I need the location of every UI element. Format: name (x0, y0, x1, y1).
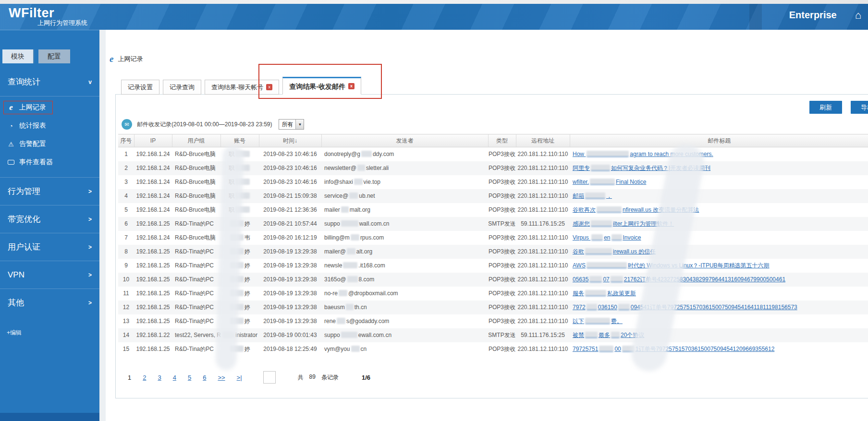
cell-time: 2019-08-19 13:29:38 (259, 259, 321, 273)
table-row: 10192.168.1.25R&D-Tina的PC婷2019-08-19 13:… (118, 273, 868, 287)
export-button[interactable]: 导出 (851, 101, 868, 114)
sidebar-menu: 查询统计ve上网记录◔统计报表⚠告警配置事件查看器行为管理>带宽优化>用户认证>… (0, 68, 99, 316)
mail-subject-link[interactable]: 谷歌再次nfirewall.us 改变流量分配算法 (573, 206, 699, 213)
sidebar-submenu: e上网记录◔统计报表⚠告警配置事件查看器 (0, 96, 99, 177)
cell-time: 2019-08-19 13:29:38 (259, 314, 321, 328)
cell-remote: 220.181.12.110:110 (516, 161, 570, 175)
column-header-type[interactable]: 类型 (488, 134, 516, 147)
censored-blur (230, 248, 244, 254)
mail-subject-link[interactable]: 感谢您ilter上网行为管理软件！ (573, 220, 674, 227)
sidebar-section-VPN[interactable]: VPN> (0, 261, 99, 289)
cell-type: POP3接收 (488, 161, 516, 175)
total-post-label: 条记录 (321, 373, 339, 382)
cell-ip: 192.168.1.24 (134, 231, 172, 245)
column-header-no[interactable]: 序号 (118, 134, 134, 147)
mail-type-filter-select[interactable]: 所有 ▼ (279, 119, 304, 130)
last-page-link[interactable]: >| (237, 374, 242, 381)
column-header-remote[interactable]: 远程地址 (516, 134, 570, 147)
mail-subject-link[interactable]: 79725751001订单号79725751570361500750945412… (573, 346, 774, 352)
sidebar-tab-配置[interactable]: 配置 (38, 49, 70, 63)
mail-subject-link[interactable]: Virpus enInvoice (573, 234, 641, 241)
cell-type: POP3接收 (488, 259, 516, 273)
ie-icon: e (110, 54, 113, 64)
page-link-6[interactable]: 6 (203, 374, 206, 381)
mail-subject-link[interactable]: 7972036150094541订单号797257515703615007509… (573, 304, 797, 311)
page-jump-input[interactable] (263, 371, 276, 384)
sidebar-section-label: 用户认证 (8, 242, 40, 252)
sidebar-item-上网记录[interactable]: e上网记录 (0, 98, 99, 117)
logo: WFilter 上网行为管理系统 (9, 6, 87, 27)
sidebar-item-事件查看器[interactable]: 事件查看器 (0, 153, 99, 171)
mail-subject-link[interactable]: wfilter.Final Notice (573, 179, 646, 185)
cell-time: 2019-08-21 15:09:38 (259, 189, 321, 203)
sidebar-item-告警配置[interactable]: ⚠告警配置 (0, 135, 99, 153)
sidebar-item-统计报表[interactable]: ◔统计报表 (0, 117, 99, 135)
sidebar-section-查询统计[interactable]: 查询统计v (0, 68, 99, 96)
sidebar-tab-模块[interactable]: 模块 (2, 49, 34, 63)
sidebar-section-其他[interactable]: 其他> (0, 289, 99, 316)
next-page-link[interactable]: >> (218, 374, 225, 381)
page-link-4[interactable]: 4 (173, 374, 176, 381)
tab-记录设置[interactable]: 记录设置 (121, 80, 159, 95)
tab-记录查询[interactable]: 记录查询 (163, 80, 201, 95)
sidebar-edit-link[interactable]: +编辑 (0, 316, 99, 337)
cell-remote: 220.181.12.110:110 (516, 203, 570, 217)
page-link-5[interactable]: 5 (188, 374, 191, 381)
cell-ip: 192.168.1.24 (134, 147, 172, 161)
page-link-3[interactable]: 3 (158, 374, 161, 381)
column-header-account[interactable]: 账号 (220, 134, 259, 147)
column-header-ip[interactable]: IP (134, 134, 172, 147)
censored-blur (341, 206, 349, 213)
sidebar-item-label: 上网记录 (19, 103, 46, 112)
mail-subject-link[interactable]: How agram to reach more customers. (573, 151, 713, 157)
mail-subject-link[interactable]: 056350721762订单号4232725830438299796441316… (573, 276, 785, 283)
censored-blur (343, 262, 357, 268)
cell-group: R&D-Bruce电脑 (172, 161, 220, 175)
sidebar-section-用户认证[interactable]: 用户认证> (0, 233, 99, 261)
column-header-sender[interactable]: 发送者 (321, 134, 488, 147)
tab-close-icon[interactable]: x (348, 83, 355, 89)
mail-subject-link[interactable]: AWS时代的 Windows vs Linux？-ITPUB每周精选第五十六期 (573, 262, 770, 269)
column-header-subject[interactable]: 邮件标题 (570, 134, 868, 147)
sidebar-section-label: 带宽优化 (8, 215, 40, 224)
cell-group: R&D-Tina的PC (172, 259, 220, 273)
tab-close-icon[interactable]: x (266, 84, 272, 90)
mail-subject-link[interactable]: 以下费。 (573, 318, 623, 325)
cell-no: 4 (118, 189, 134, 203)
tab-查询结果-收发邮件[interactable]: 查询结果-收发邮件x (282, 77, 361, 95)
sidebar-item-label: 统计报表 (19, 121, 46, 130)
mail-subject-link[interactable]: 被禁最多20个协议 (573, 332, 644, 338)
table-row: 5192.168.1.24R&D-Bruce电脑职2019-08-21 12:3… (118, 203, 868, 217)
sidebar-section-行为管理[interactable]: 行为管理> (0, 177, 99, 205)
sidebar-section-带宽优化[interactable]: 带宽优化> (0, 205, 99, 233)
chevron-right-icon: > (88, 205, 92, 233)
cell-no: 8 (118, 245, 134, 259)
cell-group: R&D-Bruce电脑 (172, 147, 220, 161)
cell-sender: newsletter@sletter.ali (321, 161, 488, 175)
mail-subject-link[interactable]: 服务私政策更新 (573, 290, 636, 297)
home-icon[interactable]: ⌂ (855, 10, 861, 21)
cell-type: POP3接收 (488, 287, 516, 301)
mail-subject-link[interactable]: 阿里专如何写复杂业务代码？|开发者必读周刊 (573, 165, 710, 171)
mail-records-table: 序号IP用户组账号时间↓发送者类型远程地址邮件标题1192.168.1.24R&… (118, 134, 868, 356)
page-link-2[interactable]: 2 (143, 374, 146, 381)
cell-subject: 服务私政策更新 (570, 287, 868, 301)
cell-group: R&D-Tina的PC (172, 217, 220, 231)
cell-subject: AWS时代的 Windows vs Linux？-ITPUB每周精选第五十六期 (570, 259, 868, 273)
tab-查询结果-聊天帐号[interactable]: 查询结果-聊天帐号x (205, 80, 279, 95)
column-header-time[interactable]: 时间↓ (259, 134, 321, 147)
cell-remote: 59.111.176.15:25 (516, 328, 570, 342)
mail-subject-link[interactable]: 邮箱， (573, 192, 612, 199)
cell-time: 2019-08-23 10:46:16 (259, 175, 321, 189)
cell-ip: 192.168.1.25 (134, 245, 172, 259)
sidebar-tabs: 模块配置 (2, 49, 99, 63)
cell-type: POP3接收 (488, 175, 516, 189)
censored-blur (585, 332, 598, 338)
censored-blur (351, 346, 360, 352)
cell-account: 婷 (220, 342, 259, 356)
column-header-group[interactable]: 用户组 (172, 134, 220, 147)
mail-subject-link[interactable]: 谷歌irewall.us 的信任 (573, 248, 656, 255)
record-total: 共89条记录 (298, 373, 339, 382)
refresh-button[interactable]: 刷新 (809, 101, 842, 114)
sidebar-footer-strip (0, 413, 99, 421)
